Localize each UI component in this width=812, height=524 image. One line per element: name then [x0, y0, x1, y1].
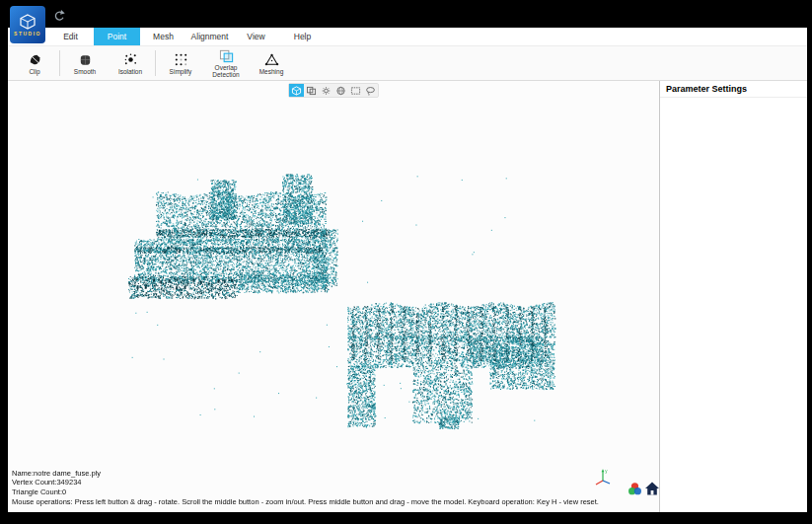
clip-icon: [28, 52, 42, 67]
viewport-3d[interactable]: Name:notre dame_fuse.ply Vertex Count:34…: [8, 81, 659, 512]
smooth-label: Smooth: [74, 68, 96, 75]
toolbar-separator: [155, 50, 156, 76]
tab-point[interactable]: Point: [94, 28, 140, 45]
shaded-view-icon[interactable]: [289, 84, 304, 97]
app-window: STUDIO Edit Point Mesh Alignment View He…: [8, 0, 807, 512]
app-logo: STUDIO: [10, 6, 45, 43]
model-info: Name:notre dame_fuse.ply Vertex Count:34…: [12, 469, 101, 496]
isolation-button[interactable]: Isolation: [108, 52, 153, 75]
clip-button[interactable]: Clip: [12, 52, 57, 75]
redo-icon[interactable]: [53, 8, 67, 22]
tab-mesh[interactable]: Mesh: [140, 28, 186, 45]
isolation-icon: [123, 52, 138, 67]
menu-tab-bar: Edit Point Mesh Alignment View Help: [8, 28, 807, 46]
tab-view[interactable]: View: [233, 28, 279, 45]
clip-label: Clip: [29, 68, 39, 75]
cube-logo-icon: [19, 14, 37, 30]
rect-select-icon[interactable]: [348, 84, 363, 97]
smooth-button[interactable]: Smooth: [62, 52, 108, 75]
simplify-button[interactable]: Simplify: [158, 52, 203, 75]
home-view-reset-icon[interactable]: [644, 481, 660, 496]
overlap-detection-button[interactable]: Overlap Detection: [203, 48, 249, 78]
point-cloud-canvas[interactable]: [8, 81, 659, 512]
logo-text: STUDIO: [14, 31, 41, 37]
status-bar-text: Mouse operations: Press left button & dr…: [12, 497, 599, 506]
isolation-label: Isolation: [118, 68, 142, 75]
globe-icon[interactable]: [333, 84, 348, 97]
meshing-icon: [264, 52, 279, 67]
simplify-label: Simplify: [170, 68, 192, 75]
overlap-detection-icon: [219, 48, 234, 63]
overlap-detection-label: Overlap Detection: [203, 64, 249, 78]
simplify-icon: [174, 52, 188, 67]
settings-gear-icon[interactable]: [319, 84, 333, 97]
triangle-count: Triangle Count:0: [12, 487, 101, 496]
axis-gizmo[interactable]: y: [592, 467, 614, 488]
tab-alignment[interactable]: Alignment: [186, 28, 233, 45]
tab-help[interactable]: Help: [279, 28, 326, 45]
meshing-label: Meshing: [259, 68, 284, 75]
model-name: Name:notre dame_fuse.ply: [12, 469, 101, 478]
layer-view-icon[interactable]: [304, 84, 319, 97]
parameter-settings-panel: Parameter Settings: [659, 81, 807, 512]
toolbar-separator: [59, 50, 60, 76]
vertex-count: Vertex Count:349234: [12, 478, 101, 487]
smooth-icon: [78, 52, 93, 67]
viewport-toolbar: [288, 83, 379, 98]
lasso-select-icon[interactable]: [363, 84, 378, 97]
svg-text:y: y: [605, 469, 608, 474]
panel-title: Parameter Settings: [660, 81, 807, 98]
main-area: Name:notre dame_fuse.ply Vertex Count:34…: [8, 81, 807, 512]
meshing-button[interactable]: Meshing: [249, 52, 294, 75]
tab-edit[interactable]: Edit: [47, 28, 94, 45]
titlebar: [8, 0, 807, 28]
point-toolbar: Clip Smooth Isolation Simplify Overlap D…: [8, 46, 807, 81]
color-render-icon[interactable]: [627, 481, 643, 497]
